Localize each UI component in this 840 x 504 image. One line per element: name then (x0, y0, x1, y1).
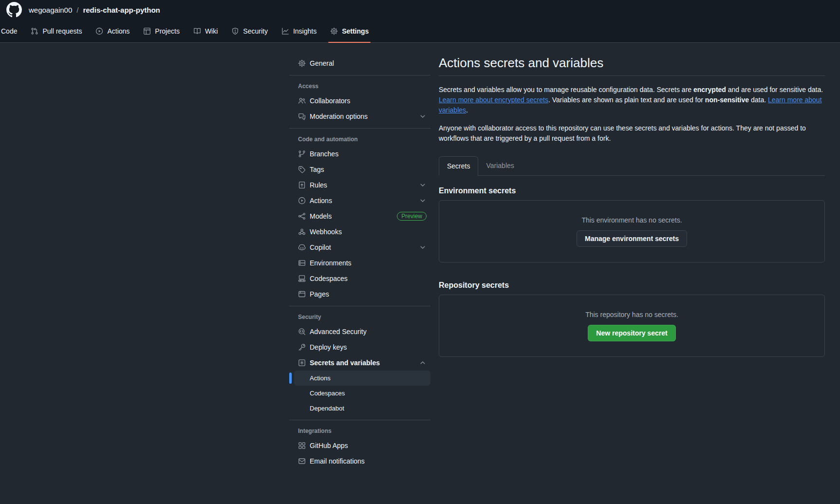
git-pull-request-icon (31, 27, 38, 35)
apps-icon (298, 442, 306, 449)
sidebar-section-header-security: Security (289, 310, 430, 324)
github-logo-icon[interactable] (6, 2, 22, 18)
environment-secrets-heading: Environment secrets (439, 187, 825, 195)
repo-tab-projects[interactable]: Projects (136, 19, 187, 42)
sidebar-item-codespaces[interactable]: Codespaces (294, 271, 430, 286)
repo-tab-label: Actions (107, 27, 130, 35)
sidebar-subitem-dependabot[interactable]: Dependabot (294, 401, 430, 416)
sidebar-item-label: GitHub Apps (310, 442, 427, 449)
repo-tab-wiki[interactable]: Wiki (187, 19, 224, 42)
breadcrumb-owner[interactable]: wegoagain00 (29, 6, 72, 14)
tag-icon (298, 166, 306, 173)
intro-bold-non-sensitive: non-sensitive (705, 96, 749, 104)
model-icon (298, 212, 306, 220)
sidebar-item-label: General (310, 59, 427, 67)
play-icon (95, 27, 103, 35)
sidebar-item-tags[interactable]: Tags (294, 162, 430, 177)
breadcrumb: wegoagain00 / redis-chat-app-python (29, 6, 160, 14)
intro-bold-encrypted: encrypted (693, 86, 726, 93)
sidebar-item-deploy-keys[interactable]: Deploy keys (294, 339, 430, 355)
table-icon (143, 27, 151, 35)
sidebar-item-label: Tags (310, 166, 427, 173)
preview-badge: Preview (397, 212, 427, 221)
link-encrypted-secrets[interactable]: Learn more about encrypted secrets (439, 96, 548, 104)
repo-tab-insights[interactable]: Insights (275, 19, 323, 42)
sidebar-item-label: Advanced Security (310, 328, 427, 336)
sidebar-item-pages[interactable]: Pages (294, 286, 430, 302)
repository-secrets-heading: Repository secrets (439, 281, 825, 290)
sidebar-item-secrets-and-variables[interactable]: Secrets and variables (294, 355, 430, 371)
repo-tab-actions[interactable]: Actions (89, 19, 136, 42)
chevron-down-icon (419, 112, 427, 120)
sidebar-item-webhooks[interactable]: Webhooks (294, 224, 430, 240)
intro: Secrets and variables allow you to manag… (439, 85, 825, 144)
sidebar-item-email-notifications[interactable]: Email notifications (294, 453, 430, 469)
sidebar-divider (289, 306, 430, 306)
sidebar-item-copilot[interactable]: Copilot (294, 240, 430, 255)
book-icon (193, 27, 201, 35)
gear-icon (298, 59, 306, 67)
chevron-down-icon (419, 243, 427, 251)
intro-paragraph-1: Secrets and variables allow you to manag… (439, 85, 825, 115)
sidebar-item-label: Environments (310, 259, 427, 267)
tab-secrets[interactable]: Secrets (439, 156, 478, 176)
repo-tab-code[interactable]: Code (0, 19, 24, 42)
sidebar-item-label: Rules (310, 181, 415, 189)
sidebar-item-general[interactable]: General (294, 56, 430, 71)
chevron-down-icon (419, 197, 427, 205)
sidebar-item-models[interactable]: ModelsPreview (294, 208, 430, 224)
sidebar-item-label: Moderation options (310, 112, 415, 120)
sidebar-item-label: Secrets and variables (310, 359, 415, 367)
code-scan-icon (298, 328, 306, 336)
sidebar-item-label: Email notifications (310, 457, 427, 465)
settings-sidebar: GeneralAccessCollaboratorsModeration opt… (289, 56, 430, 469)
repo-tab-label: Pull requests (42, 27, 82, 35)
repo-tab-security[interactable]: Security (224, 19, 275, 42)
sidebar-item-actions[interactable]: Actions (294, 193, 430, 208)
repo-tab-settings[interactable]: Settings (323, 19, 375, 42)
git-branch-icon (298, 150, 306, 158)
sidebar-subitem-codespaces[interactable]: Codespaces (294, 386, 430, 401)
repo-nav: CodePull requestsActionsProjectsWikiSecu… (0, 19, 840, 43)
key-icon (298, 343, 306, 351)
server-icon (298, 259, 306, 267)
chevron-up-icon (419, 359, 427, 367)
repo-tab-label: Code (1, 27, 17, 35)
sidebar-item-label: Actions (310, 197, 415, 205)
intro-text: . (466, 106, 468, 114)
repo-nav-tabs: CodePull requestsActionsProjectsWikiSecu… (0, 19, 840, 42)
tab-variables[interactable]: Variables (478, 156, 522, 175)
repository-secrets-empty-text: This repository has no secrets. (585, 311, 678, 318)
repo-tab-label: Settings (342, 27, 369, 35)
intro-text: Secrets and variables allow you to manag… (439, 86, 693, 93)
breadcrumb-separator: / (76, 6, 78, 14)
sidebar-item-branches[interactable]: Branches (294, 146, 430, 162)
sidebar-item-label: Copilot (310, 243, 415, 251)
repo-tab-label: Insights (293, 27, 317, 35)
repo-tab-pull-requests[interactable]: Pull requests (24, 19, 89, 42)
intro-text: data. (749, 96, 768, 104)
sidebar-item-label: Collaborators (310, 97, 427, 105)
settings-content: GeneralAccessCollaboratorsModeration opt… (0, 43, 840, 469)
webhook-icon (298, 228, 306, 236)
breadcrumb-repo[interactable]: redis-chat-app-python (83, 6, 160, 14)
people-icon (298, 97, 306, 105)
sidebar-item-github-apps[interactable]: GitHub Apps (294, 438, 430, 453)
top-header: wegoagain00 / redis-chat-app-python (0, 0, 840, 19)
secrets-variables-tabnav: SecretsVariables (439, 156, 825, 176)
sidebar-section-header-code-and-automation: Code and automation (289, 132, 430, 146)
page-title-wrap: Actions secrets and variables (439, 56, 825, 76)
sidebar-item-moderation-options[interactable]: Moderation options (294, 109, 430, 124)
sidebar-item-advanced-security[interactable]: Advanced Security (294, 324, 430, 339)
environment-secrets-section: Environment secrets This environment has… (439, 187, 825, 262)
sidebar-item-rules[interactable]: Rules (294, 177, 430, 193)
sidebar-divider (289, 420, 430, 420)
sidebar-subitem-actions[interactable]: Actions (294, 371, 430, 386)
manage-environment-secrets-button[interactable]: Manage environment secrets (577, 230, 687, 247)
sidebar-item-collaborators[interactable]: Collaborators (294, 93, 430, 109)
intro-text: and are used for sensitive data. (726, 86, 823, 93)
graph-icon (281, 27, 289, 35)
sidebar-item-environments[interactable]: Environments (294, 255, 430, 271)
environment-secrets-empty-box: This environment has no secrets. Manage … (439, 200, 825, 262)
new-repository-secret-button[interactable]: New repository secret (588, 325, 675, 341)
